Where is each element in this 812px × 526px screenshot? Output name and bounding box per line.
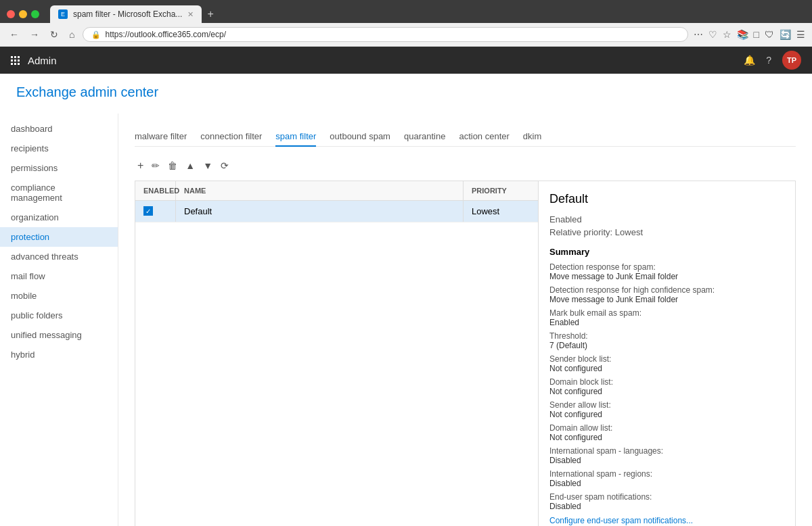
user-avatar[interactable]: TP [782,51,801,70]
delete-icon: 🗑 [168,160,177,171]
content-area: malware filterconnection filterspam filt… [118,114,812,526]
url-text: https://outlook.office365.com/ecp/ [105,30,226,39]
move-up-button[interactable]: ▲ [183,158,198,173]
page-title: Exchange admin center [16,85,796,100]
tab-malware-filter[interactable]: malware filter [135,127,187,147]
detail-field-value: Not configured [549,410,784,419]
tab-quarantine[interactable]: quarantine [404,127,445,147]
browser-toolbar-right: ⋯ ♡ ☆ 📚 □ 🛡 🔄 ☰ [694,29,805,40]
detail-field-row: Domain block list:Not configured [549,377,784,396]
sidebar-item-advanced-threats[interactable]: advanced threats [0,247,118,266]
tab-action-center[interactable]: action center [459,127,509,147]
app-header-right: 🔔 ? TP [744,51,801,70]
list-header: ENABLED NAME PRIORITY [135,181,538,201]
sidebar-item-protection[interactable]: protection [0,227,118,247]
detail-field-row: Threshold:7 (Default) [549,331,784,350]
sidebar-item-organization[interactable]: organization [0,208,118,227]
arrow-down-icon: ▼ [203,160,212,171]
sidebar-item-compliance-management[interactable]: compliance management [0,178,118,208]
sidebar-item-dashboard[interactable]: dashboard [0,119,118,139]
configure-link[interactable]: Configure end-user spam notifications... [549,516,693,525]
address-bar[interactable]: 🔒 https://outlook.office365.com/ecp/ [83,27,687,42]
new-tab-button[interactable]: + [204,5,216,23]
list-row[interactable]: ✓DefaultLowest [135,201,538,222]
star-icon[interactable]: ☆ [723,29,731,40]
col-priority: PRIORITY [464,181,538,200]
detail-field-value: Move message to Junk Email folder [549,272,784,281]
tab-dkim[interactable]: dkim [523,127,541,147]
detail-field-label: Threshold: [549,331,784,341]
tab-outbound-spam[interactable]: outbound spam [330,127,390,147]
home-button[interactable]: ⌂ [66,28,77,41]
minimize-button[interactable] [19,10,27,18]
detail-field-label: International spam - regions: [549,469,784,479]
browser-titlebar: E spam filter - Microsoft Excha... ✕ + [0,0,812,23]
detail-field-row: Domain allow list:Not configured [549,423,784,442]
detail-field-row: Sender block list:Not configured [549,354,784,373]
sidebar-item-permissions[interactable]: permissions [0,158,118,178]
tab-connection-filter[interactable]: connection filter [200,127,262,147]
shield-icon[interactable]: 🛡 [765,29,774,40]
tab-close-button[interactable]: ✕ [187,10,194,19]
move-down-button[interactable]: ▼ [200,158,215,173]
detail-field-row: Mark bulk email as spam:Enabled [549,308,784,327]
sync-icon[interactable]: 🔄 [780,29,791,40]
detail-priority: Relative priority: Lowest [549,227,784,237]
edit-icon: ✏ [152,160,160,171]
cell-priority: Lowest [464,201,538,222]
tabs-nav: malware filterconnection filterspam filt… [135,127,796,147]
app-grid-icon[interactable] [11,56,20,65]
detail-field-value: Move message to Junk Email folder [549,295,784,304]
edit-button[interactable]: ✏ [149,158,162,173]
detail-field-row: Detection response for high confidence s… [549,285,784,304]
detail-field-row: International spam - regions:Disabled [549,469,784,488]
col-name: NAME [176,181,464,200]
help-icon[interactable]: ? [766,55,771,66]
list-container: ENABLED NAME PRIORITY ✓DefaultLowest Def… [135,181,796,526]
forward-button[interactable]: → [27,28,42,41]
main-container: dashboardrecipientspermissionscompliance… [0,114,812,526]
library-icon[interactable]: 📚 [737,29,748,40]
detail-field-row: Sender allow list:Not configured [549,400,784,419]
back-button[interactable]: ← [7,28,22,41]
detail-field-label: Detection response for high confidence s… [549,285,784,295]
menu-icon[interactable]: ☰ [796,29,805,40]
delete-button[interactable]: 🗑 [165,158,180,173]
app-header: Admin 🔔 ? TP [0,47,812,74]
close-button[interactable] [7,10,15,18]
extensions2-icon[interactable]: □ [754,29,759,40]
detail-title: Default [549,192,784,206]
sidebar-item-hybrid[interactable]: hybrid [0,345,118,364]
detail-pane: Default Enabled Relative priority: Lowes… [538,181,795,526]
reload-button[interactable]: ↻ [47,28,61,41]
refresh-button[interactable]: ⟳ [218,158,231,173]
extensions-icon[interactable]: ⋯ [694,29,703,40]
detail-field-label: End-user spam notifications: [549,492,784,502]
detail-fields: Detection response for spam:Move message… [549,262,784,511]
add-button[interactable]: + [135,158,146,174]
notification-icon[interactable]: 🔔 [744,55,755,66]
sidebar-item-mail-flow[interactable]: mail flow [0,266,118,286]
detail-field-label: Domain allow list: [549,423,784,433]
browser-toolbar: ← → ↻ ⌂ 🔒 https://outlook.office365.com/… [0,23,812,47]
detail-field-label: International spam - languages: [549,446,784,456]
tab-favicon: E [58,9,68,19]
browser-tab-active[interactable]: E spam filter - Microsoft Excha... ✕ [50,5,202,23]
detail-field-row: Detection response for spam:Move message… [549,262,784,281]
detail-field-row: International spam - languages:Disabled [549,446,784,465]
sidebar-item-recipients[interactable]: recipients [0,139,118,158]
sidebar-item-public-folders[interactable]: public folders [0,306,118,325]
detail-field-value: Not configured [549,387,784,396]
tab-spam-filter[interactable]: spam filter [275,127,316,147]
cell-enabled: ✓ [135,201,176,222]
sidebar-item-mobile[interactable]: mobile [0,286,118,306]
sidebar-item-unified-messaging[interactable]: unified messaging [0,325,118,345]
detail-field-value: Disabled [549,502,784,511]
maximize-button[interactable] [31,10,39,18]
bookmark-icon[interactable]: ♡ [708,29,717,40]
col-enabled: ENABLED [135,181,176,200]
tab-label: spam filter - Microsoft Excha... [73,9,182,19]
refresh-icon: ⟳ [221,160,229,171]
list-pane: ENABLED NAME PRIORITY ✓DefaultLowest [135,181,538,526]
detail-field-label: Sender allow list: [549,400,784,410]
